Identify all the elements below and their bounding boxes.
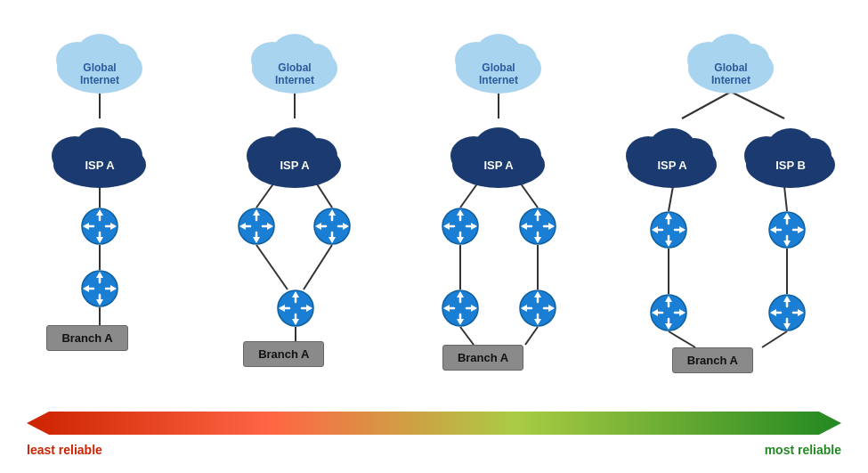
router-1-1 — [81, 208, 118, 249]
cloud-isp-a-2: ISP A — [241, 118, 348, 192]
svg-text:Global: Global — [84, 61, 117, 74]
branch-label-1: Branch A — [46, 325, 127, 351]
least-reliable-label: least reliable — [27, 443, 102, 457]
cloud-isp-a-1: ISP A — [46, 118, 153, 192]
svg-line-37 — [304, 245, 332, 290]
cloud-isp-a-3: ISP A — [445, 118, 552, 192]
reliability-bar-wrapper: least reliable most reliable — [27, 410, 841, 457]
router-4-1 — [650, 211, 687, 252]
router-4-2 — [768, 211, 806, 252]
svg-text:Internet: Internet — [711, 74, 750, 86]
cloud-global-internet-4: Global Internet — [682, 22, 780, 97]
router-1-2 — [81, 270, 118, 311]
router-2-1 — [238, 208, 275, 249]
cloud-isp-a-4: ISP A — [620, 118, 725, 192]
router-3-4 — [519, 290, 556, 330]
diagram-3: Global Internet ISP A — [411, 13, 589, 396]
diagram-4: Global Internet ISP A — [615, 13, 847, 396]
branch-label-2: Branch A — [243, 341, 324, 367]
svg-text:Internet: Internet — [275, 74, 314, 86]
svg-line-36 — [256, 245, 288, 290]
most-reliable-label: most reliable — [765, 443, 841, 457]
cloud-global-internet-3: Global Internet — [450, 22, 548, 97]
svg-marker-191 — [27, 412, 841, 435]
router-3-2 — [519, 208, 556, 249]
svg-text:ISP A: ISP A — [85, 159, 116, 172]
reliability-arrow-bar — [27, 410, 841, 436]
router-2-2 — [313, 208, 351, 249]
diagram-1: Global Internet ISP A — [21, 13, 182, 396]
cloud-isp-b-4: ISP B — [738, 118, 843, 192]
branch-label-4: Branch A — [672, 347, 753, 373]
router-4-4 — [768, 294, 806, 335]
svg-text:Internet: Internet — [80, 74, 119, 86]
router-3-3 — [442, 290, 479, 330]
svg-text:ISP A: ISP A — [280, 159, 311, 172]
branch-label-3: Branch A — [442, 345, 523, 371]
svg-text:Global: Global — [482, 61, 515, 74]
svg-text:Global: Global — [714, 61, 747, 74]
router-4-3 — [650, 294, 687, 335]
diagram-2: Global Internet ISP A — [207, 13, 385, 396]
reliability-bar-container: least reliable most reliable — [27, 410, 841, 457]
main-container: Global Internet ISP A — [0, 0, 868, 473]
svg-text:ISP A: ISP A — [657, 159, 687, 172]
svg-text:ISP A: ISP A — [483, 159, 514, 172]
svg-text:Global: Global — [278, 61, 311, 74]
reliability-labels: least reliable most reliable — [27, 443, 841, 457]
svg-text:ISP B: ISP B — [775, 159, 806, 172]
svg-text:Internet: Internet — [479, 74, 518, 86]
router-2-3 — [277, 290, 314, 330]
cloud-global-internet-1: Global Internet — [51, 22, 149, 97]
router-3-1 — [442, 208, 479, 249]
cloud-global-internet-2: Global Internet — [246, 22, 344, 97]
